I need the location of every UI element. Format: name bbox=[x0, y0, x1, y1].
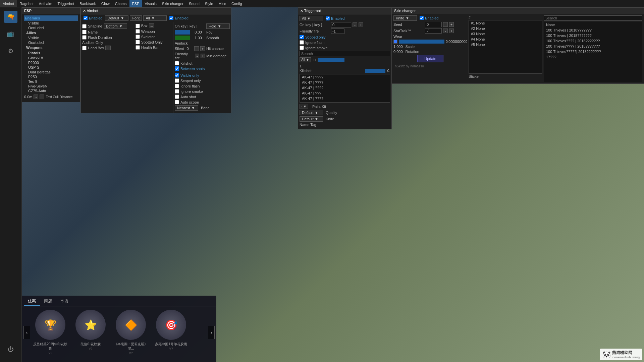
ff-plus[interactable]: + bbox=[201, 54, 205, 58]
esp-allies-occluded[interactable]: Occluded bbox=[24, 40, 78, 45]
skin-search-100t-1[interactable]: 100 Thieves | 2018??????? bbox=[544, 27, 642, 33]
gun-icon[interactable]: 🔫 bbox=[4, 11, 17, 23]
skin-search-17[interactable]: 17??? bbox=[544, 54, 642, 60]
aimbot-default-dropdown[interactable]: Default ▼ bbox=[105, 15, 128, 21]
nav-item-ragebot[interactable]: Ragebot bbox=[17, 0, 36, 7]
flash-duration-checkbox[interactable] bbox=[82, 35, 87, 40]
trigger-default1-dropdown[interactable]: Default ▼ bbox=[300, 110, 323, 115]
trigger-scoped-checkbox[interactable] bbox=[300, 35, 304, 39]
nav-item-anti-aim[interactable]: Anti aim bbox=[36, 0, 55, 7]
update-button[interactable]: Update bbox=[417, 55, 443, 62]
trigger-killshot-bar[interactable] bbox=[365, 69, 385, 73]
skin-search-100t-4[interactable]: 100 Thieves???? | 2018??????? bbox=[544, 44, 642, 49]
shop-next-btn[interactable]: › bbox=[208, 326, 215, 339]
trigger-key-minus[interactable]: - bbox=[353, 22, 357, 27]
trigger-ff-input[interactable] bbox=[331, 28, 344, 34]
skin-stattrak-minus[interactable]: - bbox=[443, 28, 448, 33]
hold-dropdown[interactable]: Hold ▼ bbox=[206, 23, 230, 29]
snapline-dropdown[interactable]: Bottom ▼ bbox=[104, 23, 127, 29]
name-checkbox[interactable] bbox=[82, 30, 87, 34]
skin-stattrak-input[interactable] bbox=[425, 28, 442, 34]
power-icon[interactable]: ⏻ bbox=[4, 343, 17, 355]
esp-p2000[interactable]: P2000 bbox=[24, 60, 78, 65]
trigger-all2-dropdown[interactable]: All ▼ bbox=[300, 57, 311, 62]
shop-tab-market[interactable]: 市场 bbox=[56, 297, 72, 306]
skin-item-4[interactable]: #4 None bbox=[469, 37, 542, 42]
aimbot-enabled-check[interactable]: Enabled bbox=[82, 16, 104, 20]
ignore-smoke-checkbox[interactable] bbox=[175, 89, 179, 94]
silent-plus[interactable]: + bbox=[200, 46, 205, 51]
visible-only-checkbox[interactable] bbox=[175, 73, 179, 77]
ff-minus[interactable]: - bbox=[195, 54, 199, 58]
shop-tab-featured[interactable]: 优惠 bbox=[24, 297, 40, 306]
shop-prev-btn[interactable]: ‹ bbox=[23, 326, 30, 339]
esp-pistols-category[interactable]: Pistols bbox=[24, 50, 78, 56]
skin-enabled-check[interactable]: Enabled bbox=[418, 16, 440, 20]
head-box-checkbox[interactable] bbox=[82, 46, 87, 50]
ak47-item-5[interactable]: AK-47 | ???? bbox=[300, 96, 390, 101]
esp-tec9[interactable]: Tec-9 bbox=[24, 79, 78, 84]
trigger-ignoresmoke-checkbox[interactable] bbox=[300, 46, 304, 50]
ak47-item-6[interactable]: AK-47 | ??? bbox=[300, 101, 390, 103]
ak47-item-4[interactable]: AK-47 | ??? bbox=[300, 90, 390, 96]
health-bar-checkbox[interactable] bbox=[136, 45, 140, 50]
esp-five-seven[interactable]: Five-SeveN bbox=[24, 84, 78, 88]
esp-glock18[interactable]: Glock-18 bbox=[24, 56, 78, 60]
esp-cz75-auto[interactable]: CZ75-Auto bbox=[24, 88, 78, 93]
nearest-dropdown[interactable]: Nearest ▼ bbox=[175, 105, 198, 111]
esp-dual-berettas[interactable]: Dual Berettas bbox=[24, 70, 78, 74]
head-box-options[interactable]: ... bbox=[105, 46, 111, 50]
esp-weapons-category[interactable]: Weapons bbox=[24, 45, 78, 50]
silent-minus[interactable]: - bbox=[194, 46, 199, 51]
skin-item-2[interactable]: #2 None bbox=[469, 26, 542, 31]
skin-search-100t-3[interactable]: 100 Thieves???? | 2018??????? bbox=[544, 38, 642, 44]
esp-enemies-occluded[interactable]: Occluded bbox=[24, 25, 78, 30]
gear-icon[interactable]: ⚙ bbox=[4, 45, 17, 57]
skin-seed-input[interactable] bbox=[425, 22, 442, 27]
skin-stattrak-plus[interactable]: + bbox=[449, 28, 454, 33]
esp-allies-category[interactable]: Allies bbox=[24, 30, 78, 36]
nav-item-visuals[interactable]: Visuals bbox=[142, 0, 159, 7]
ak47-item-2[interactable]: AK-47 | ???? bbox=[300, 80, 390, 85]
skin-wear-color[interactable] bbox=[393, 40, 397, 44]
aimbot-enabled2-check[interactable]: Enabled bbox=[168, 16, 190, 20]
esp-usp-s[interactable]: USP-S bbox=[24, 65, 78, 70]
trigger-search-input[interactable] bbox=[300, 51, 390, 56]
nav-item-backtrack[interactable]: Backtrack bbox=[77, 0, 98, 7]
trigger-smoke-dropdown[interactable]: - ▼ bbox=[300, 104, 308, 109]
skin-wear-bar[interactable] bbox=[399, 40, 444, 44]
esp-enemies-category[interactable]: Enemies bbox=[24, 15, 78, 21]
aimbot-all-dropdown[interactable]: All ▼ bbox=[143, 15, 167, 21]
skin-enabled-checkbox[interactable] bbox=[420, 16, 424, 20]
nav-item-glow[interactable]: Glow bbox=[99, 0, 112, 7]
skin-seed-plus[interactable]: + bbox=[449, 22, 454, 27]
between-shots-checkbox[interactable] bbox=[175, 66, 179, 71]
text-cull-minus[interactable]: - bbox=[34, 95, 38, 99]
aimbot-font-btn[interactable]: Font bbox=[130, 15, 142, 21]
auto-shot-checkbox[interactable] bbox=[175, 95, 179, 99]
esp-enemies-visible[interactable]: Visible bbox=[24, 21, 78, 25]
smooth-bar[interactable] bbox=[175, 36, 190, 40]
nav-item-aimbot[interactable]: Aimbot bbox=[0, 0, 17, 7]
skin-seed-minus[interactable]: - bbox=[443, 22, 448, 27]
nav-item-esp[interactable]: ESP bbox=[129, 0, 142, 7]
skin-item-5[interactable]: #5 None bbox=[469, 42, 542, 47]
skin-item-1[interactable]: #1 None bbox=[469, 20, 542, 26]
trigger-ignoreflash-checkbox[interactable] bbox=[300, 40, 304, 45]
trigger-key-input[interactable] bbox=[331, 22, 351, 27]
trigger-key-plus[interactable]: + bbox=[359, 22, 363, 27]
snapline-checkbox[interactable] bbox=[82, 24, 87, 28]
nav-item-chams[interactable]: Chams bbox=[112, 0, 129, 7]
skin-search-100t-5[interactable]: 100 Thieves?????| 2018??????? bbox=[544, 49, 642, 54]
nav-item-config[interactable]: Config bbox=[229, 0, 245, 7]
shop-item-2[interactable]: ⭐ 段位印花胶囊V? bbox=[72, 310, 109, 351]
nav-item-style[interactable]: Style bbox=[202, 0, 216, 7]
esp-p250[interactable]: P250 bbox=[24, 74, 78, 79]
auto-scope-checkbox[interactable] bbox=[175, 100, 179, 104]
trigger-bar[interactable] bbox=[318, 58, 344, 62]
trigger-enabled-checkbox[interactable] bbox=[326, 16, 330, 20]
aimbot-enabled2-checkbox[interactable] bbox=[169, 16, 173, 20]
aimbot-enabled-checkbox[interactable] bbox=[84, 16, 88, 20]
monitor-icon[interactable]: 📺 bbox=[4, 28, 17, 40]
skin-search-100t-2[interactable]: 100 Thieves | 2018??????? bbox=[544, 33, 642, 38]
